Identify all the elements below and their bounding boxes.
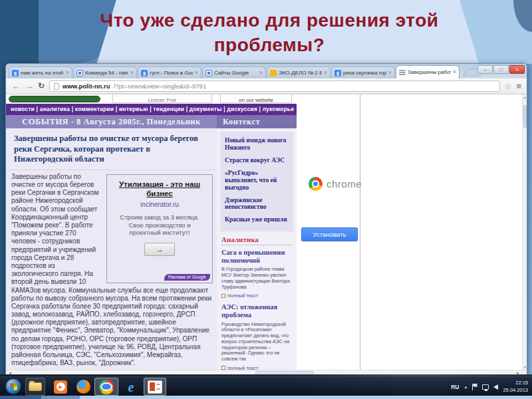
taskbar-powerpoint-button[interactable] [144,378,166,396]
ppt-slide-lines [156,384,160,390]
google-favicon: g [12,70,19,76]
scroll-up-icon[interactable]: ▲ [523,95,527,99]
back-button[interactable]: ← [11,82,20,90]
ad-title-link[interactable]: Утилизация - это наш бизнес [107,180,212,199]
slide-title: Что уже сделано для решения этой проблем… [73,8,466,57]
tab-strip: g нам жить на этой зе × Команда 54 - nam… [6,64,527,78]
db-bar [399,74,406,75]
taskbar-ie-button[interactable]: e [122,378,140,396]
tab-2[interactable]: Команда 54 - namzit × [73,66,137,78]
full-text-label: полный текст [227,293,258,299]
full-text-icon [221,294,225,298]
full-text-link[interactable]: полный текст [221,293,292,299]
tab-close-icon[interactable]: × [259,70,263,76]
taskbar-firefox-button[interactable] [74,378,92,396]
google-ad-box[interactable]: Утилизация - это наш бизнес incinerator.… [106,174,213,283]
context-link[interactable]: «РусГидро» выполняет, что ей выгодно [225,170,289,192]
analytics-item-title[interactable]: АЭС: отложенная проблема [221,303,292,319]
menu-icon[interactable]: ≡ [516,81,521,91]
article-column: Завершены работы по очистке от мусора бе… [6,128,217,370]
webpage-content: License: Free on our website новости | а… [6,94,527,370]
tray-date: 25.04.2013 [503,387,528,393]
site-nav-menu[interactable]: новости | аналитика | комментарии | инте… [6,104,297,115]
tray-time: 22:15 [515,380,528,386]
internet-explorer-icon: e [128,380,134,394]
address-bar[interactable]: www.polit-nn.ru/?pt=news&view=single&id=… [49,80,500,92]
google-g-glyph: g [336,70,339,76]
google-g-glyph: g [143,70,146,76]
tab-close-icon[interactable]: × [324,70,327,76]
context-link[interactable]: Дзержинское непостоянство [225,197,289,211]
tray-expand-icon[interactable]: ▲ [464,385,468,389]
ad-url-link[interactable]: incinerator.ru [107,201,212,209]
site-favicon [205,70,212,76]
maximize-button[interactable]: □ [493,65,509,74]
tab-close-icon[interactable]: × [195,70,198,76]
tab-3[interactable]: g гугл - Поиск в Goog × [138,66,201,78]
context-link[interactable]: Новый имидж нового Нижнего [225,137,289,152]
start-button[interactable] [5,378,21,394]
tab-4[interactable]: Сайты Google × [202,66,266,78]
full-text-link[interactable]: полный текст [221,365,292,370]
install-button[interactable]: Установить [301,227,358,241]
site-favicon [76,70,83,76]
language-indicator[interactable]: RU [451,384,459,390]
volume-icon[interactable] [493,384,498,390]
analytics-item-text: В Городецком районе глава МСУ Виктор Зин… [221,267,292,290]
google-favicon: g [334,70,341,76]
vertical-scrollbar[interactable]: ▲ ▼ [522,94,527,370]
vertical-scrollbar-thumb[interactable] [523,105,527,128]
tab-label: Команда 54 - namzit [85,70,128,76]
context-link[interactable]: Страсти вокруг АЭС [225,157,289,164]
taskbar-explorer-button[interactable] [25,378,45,396]
firefox-icon [76,380,90,394]
right-panel: chrome Установить [297,94,523,370]
tab-label: нам жить на этой зе [21,70,64,76]
tab-close-icon[interactable]: × [453,69,456,75]
context-links-box: Новый имидж нового Нижнего Страсти вокру… [220,132,293,231]
analytics-header: Аналитика [221,235,292,245]
ppt-slide-block [150,382,155,391]
context-header: Контекст [217,115,297,128]
tab-close-icon[interactable]: × [130,70,134,76]
chrome-icon [99,380,114,394]
analytics-item-text: Руководство Нижегородской области и «Рос… [221,322,292,362]
action-center-flag-icon[interactable] [472,384,477,390]
bookmark-star-icon[interactable]: ☆ [505,82,512,91]
reload-button[interactable]: ↻ [38,82,45,90]
taskbar-chrome-button[interactable] [94,378,118,396]
website-label: on our website [220,94,292,103]
tab-close-icon[interactable]: × [66,70,69,76]
analytics-item-title[interactable]: Сага о превышении полномочий [221,249,292,265]
taskbar-media-button[interactable]: ▶ [52,378,69,396]
tab-close-icon[interactable]: × [388,70,392,76]
tab-active[interactable]: Завершены работы × [396,65,460,78]
site-glyph [207,72,210,74]
article-body: Утилизация - это наш бизнес incinerator.… [6,170,217,368]
network-icon[interactable] [482,384,489,390]
chrome-brand-text: chrome [327,178,362,190]
media-player-icon: ▶ [54,380,67,394]
tab-label: Сайты Google [214,70,257,76]
tab-label: ЭКО-ДЕЛО № 2 Вест [279,70,322,76]
tab-5[interactable]: ЭКО-ДЕЛО № 2 Вест × [267,66,331,78]
ad-badge: Реклама от Google [164,274,210,281]
tab-6[interactable]: g река сергачка город × [331,66,395,78]
forward-button[interactable]: → [25,82,33,90]
full-text-label: полный текст [227,365,258,370]
page-icon [54,83,59,90]
tray-clock[interactable]: 22:15 25.04.2013 [503,380,531,393]
windows-logo-icon [10,383,17,390]
google-favicon: g [141,70,148,76]
scroll-down-icon[interactable]: ▼ [523,365,527,369]
context-link[interactable]: Красные уже пришли [225,216,289,223]
close-button[interactable]: × [509,65,525,74]
panel-divider [360,94,360,370]
strip-segment-dark [0,396,41,399]
analytics-section: Аналитика Сага о превышении полномочий В… [217,235,297,370]
ad-arrow-button[interactable]: → [144,243,175,256]
context-sidebar: Новый имидж нового Нижнего Страсти вокру… [217,128,297,370]
tab-label: Завершены работы [408,69,451,75]
minimize-button[interactable]: – [477,65,493,74]
tab-1[interactable]: g нам жить на этой зе × [9,66,72,78]
